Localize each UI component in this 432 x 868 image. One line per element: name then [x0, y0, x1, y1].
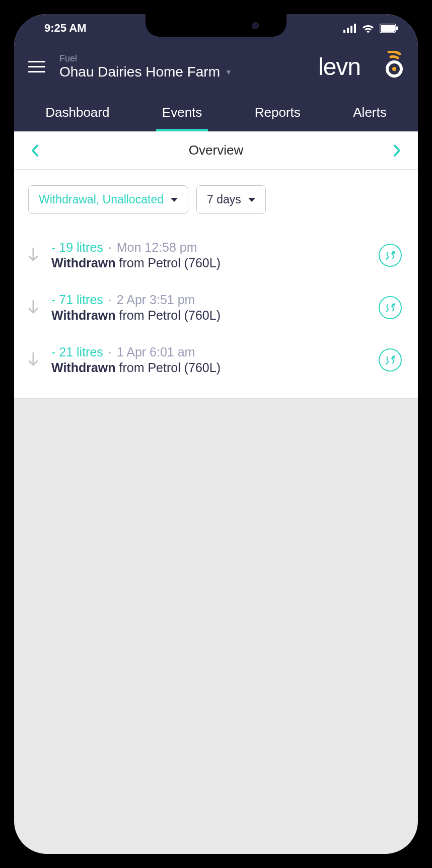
logo: levn — [318, 51, 404, 82]
filter-range-label: 7 days — [207, 193, 241, 206]
list-item: - 19 litres · Mon 12:58 pm Withdrawn fro… — [14, 229, 418, 281]
wifi-icon — [362, 23, 375, 33]
event-source: from Petrol (760L) — [116, 256, 221, 270]
event-top: - 21 litres · 1 Apr 6:01 am — [51, 345, 368, 359]
event-time: 2 Apr 3:51 pm — [117, 293, 195, 307]
svg-rect-1 — [347, 28, 349, 33]
event-content: - 21 litres · 1 Apr 6:01 am Withdrawn fr… — [51, 345, 368, 375]
separator-dot: · — [108, 293, 112, 307]
tab-events[interactable]: Events — [156, 95, 208, 131]
event-action: Withdrawn — [51, 360, 116, 375]
overview-title: Overview — [189, 142, 243, 158]
unlink-button[interactable] — [379, 244, 402, 267]
event-amount: - 21 litres — [51, 345, 103, 359]
svg-rect-5 — [381, 25, 395, 32]
list-item: - 71 litres · 2 Apr 3:51 pm Withdrawn fr… — [14, 281, 418, 334]
arrow-down-icon — [26, 299, 40, 317]
tab-dashboard[interactable]: Dashboard — [39, 95, 115, 131]
phone-frame: 9:25 AM Fuel — [0, 0, 432, 868]
app-header: Fuel Ohau Dairies Home Farm ▼ levn — [14, 42, 418, 95]
event-source: from Petrol (760L) — [116, 360, 221, 375]
tab-alerts[interactable]: Alerts — [347, 95, 392, 131]
chevron-right-icon[interactable] — [393, 143, 402, 158]
camera-icon — [252, 22, 259, 29]
list-item: - 21 litres · 1 Apr 6:01 am Withdrawn fr… — [14, 334, 418, 386]
event-top: - 19 litres · Mon 12:58 pm — [51, 240, 368, 255]
filters: Withdrawal, Unallocated 7 days — [14, 170, 418, 224]
header-left: Fuel Ohau Dairies Home Farm ▼ — [28, 53, 232, 80]
caret-down-icon — [248, 198, 255, 202]
filter-type-label: Withdrawal, Unallocated — [39, 193, 164, 206]
event-content: - 71 litres · 2 Apr 3:51 pm Withdrawn fr… — [51, 293, 368, 323]
event-top: - 71 litres · 2 Apr 3:51 pm — [51, 293, 368, 307]
filter-type[interactable]: Withdrawal, Unallocated — [28, 185, 188, 214]
header-titles: Fuel Ohau Dairies Home Farm ▼ — [59, 53, 232, 80]
event-action: Withdrawn — [51, 256, 116, 270]
filter-range[interactable]: 7 days — [196, 185, 266, 214]
separator-dot: · — [108, 240, 112, 255]
caret-down-icon — [171, 198, 178, 202]
tab-reports[interactable]: Reports — [249, 95, 307, 131]
chevron-left-icon[interactable] — [30, 143, 39, 158]
event-content: - 19 litres · Mon 12:58 pm Withdrawn fro… — [51, 240, 368, 270]
event-action: Withdrawn — [51, 308, 116, 322]
hamburger-icon[interactable] — [28, 61, 45, 73]
header-title: Ohau Dairies Home Farm — [59, 64, 220, 80]
unlink-button[interactable] — [379, 348, 402, 372]
overview-bar: Overview — [14, 131, 418, 170]
unlink-button[interactable] — [379, 296, 402, 319]
event-source: from Petrol (760L) — [116, 308, 221, 322]
status-time: 9:25 AM — [44, 22, 87, 35]
farm-selector[interactable]: Ohau Dairies Home Farm ▼ — [59, 64, 232, 80]
svg-rect-0 — [343, 30, 345, 33]
separator-dot: · — [108, 345, 112, 359]
event-detail: Withdrawn from Petrol (760L) — [51, 256, 368, 270]
event-detail: Withdrawn from Petrol (760L) — [51, 308, 368, 323]
arrow-down-icon — [26, 246, 40, 264]
signal-icon — [343, 24, 356, 33]
svg-text:levn: levn — [318, 53, 361, 80]
arrow-down-icon — [26, 351, 40, 369]
notch — [146, 14, 286, 37]
svg-point-9 — [392, 67, 396, 71]
screen: 9:25 AM Fuel — [14, 14, 418, 854]
event-time: Mon 12:58 pm — [117, 240, 197, 255]
header-subtitle: Fuel — [59, 53, 232, 64]
chevron-down-icon: ▼ — [225, 68, 232, 76]
event-amount: - 19 litres — [51, 240, 103, 255]
event-amount: - 71 litres — [51, 293, 103, 307]
svg-rect-2 — [350, 26, 352, 33]
events-list: - 19 litres · Mon 12:58 pm Withdrawn fro… — [14, 224, 418, 399]
status-icons — [343, 23, 398, 33]
svg-rect-6 — [396, 26, 398, 30]
event-detail: Withdrawn from Petrol (760L) — [51, 360, 368, 375]
battery-icon — [380, 24, 398, 33]
event-time: 1 Apr 6:01 am — [117, 345, 195, 359]
svg-rect-3 — [354, 24, 356, 33]
tabs: Dashboard Events Reports Alerts — [14, 95, 418, 131]
